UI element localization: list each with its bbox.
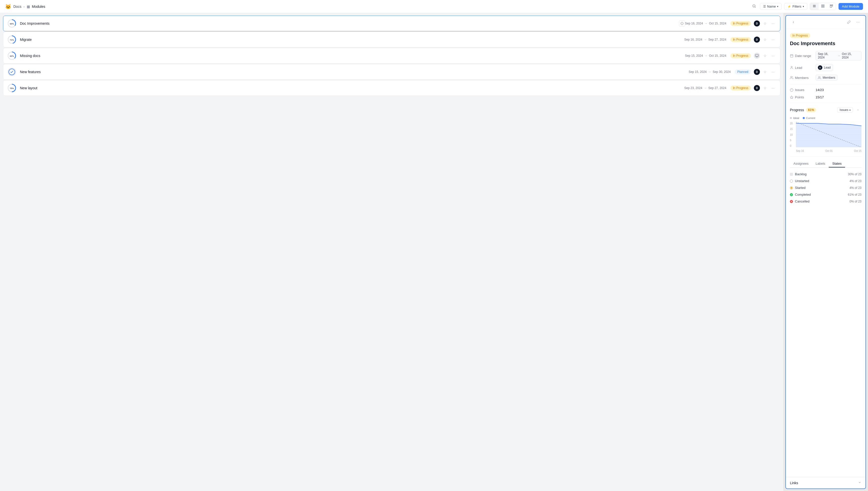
tab-states[interactable]: States [829,160,845,168]
breadcrumb-separator: › [24,4,25,8]
progress-header: Progress 61% Issues ▾ [790,107,862,114]
points-label-text: Points [795,95,804,99]
date-chip[interactable]: Sep 16, 2024 → Oct 15, 2024 [815,51,862,60]
more-icon[interactable]: ··· [770,53,776,59]
panel-title: Doc Improvements [790,40,862,47]
panel-status-badge: In Progress [790,33,862,40]
detail-view-button[interactable] [827,3,836,10]
state-row-cancelled: Cancelled 0% of 23 [790,198,862,205]
status-badge: In Progress [731,86,751,90]
progress-circle-migrate: 71% [7,35,17,44]
more-icon[interactable]: ··· [770,69,776,75]
module-actions: D ☆ ··· [754,69,776,75]
link-icon[interactable] [845,19,852,26]
detail-members-row: Members Members [790,75,862,81]
divider [790,84,862,85]
detail-panel: ··· In Progress Doc Improvements [785,15,866,489]
module-date-range: Sep 15, 2024 → Oct 15, 2024 [685,54,726,58]
star-icon[interactable]: ☆ [762,36,768,42]
progress-pct-badge: 61% [806,108,816,112]
chart-legend: Ideal Current [790,116,862,119]
name-filter-button[interactable]: ☰ Name ▾ [760,3,782,10]
svg-point-39 [790,77,792,78]
name-filter-icon: ☰ [763,5,766,8]
module-date-range: Sep 16, 2024 → Oct 15, 2024 [685,22,726,25]
more-icon[interactable]: ··· [770,85,776,91]
links-chevron [858,481,862,485]
module-row[interactable]: 60% Doc Improvements Sep 16, 2024 → Oct … [3,16,780,31]
state-icon-started [790,186,793,190]
star-icon[interactable]: ☆ [762,21,768,27]
star-icon[interactable]: ☆ [762,53,768,59]
issues-filter-button[interactable]: Issues ▾ [837,107,853,113]
module-name: Migrate [20,37,684,41]
issues-label-text: Issues [795,88,805,92]
filters-chevron: ▾ [803,5,804,8]
breadcrumb-docs[interactable]: Docs [13,4,22,8]
module-row[interactable]: 75% New layout Sep 23, 2024 → Sep 27, 20… [3,80,780,96]
svg-rect-5 [822,5,823,6]
svg-marker-44 [790,96,793,98]
points-label: Points [790,95,812,99]
state-label-backlog: Backlog [790,172,807,176]
members-chip[interactable]: Members [815,75,838,81]
module-row[interactable]: New features Sep 15, 2024 → Sep 30, 2024… [3,64,780,80]
tab-labels[interactable]: Labels [812,160,829,168]
legend-ideal-label: Ideal [793,116,799,119]
state-pct-backlog: 30% of 23 [848,173,862,176]
state-label-unstarted: Unstarted [790,179,809,183]
grid-view-button[interactable] [818,3,827,10]
links-section: Links [786,477,866,489]
module-row[interactable]: 62% Missing docs Sep 15, 2024 → Oct 15, … [3,48,780,63]
links-header[interactable]: Links [790,481,862,485]
state-pct-completed: 61% of 23 [848,193,862,197]
points-value: 15/17 [815,95,824,99]
svg-text:62%: 62% [10,55,14,57]
svg-point-0 [753,5,755,7]
chart-x-labels: Sep 16 Oct 01 Oct 15 [796,149,862,152]
panel-body: In Progress Doc Improvements Date range … [786,29,866,477]
module-list: 60% Doc Improvements Sep 16, 2024 → Oct … [0,13,783,491]
breadcrumb-modules[interactable]: Modules [32,4,45,8]
more-icon[interactable]: ··· [770,36,776,42]
search-button[interactable] [751,3,757,10]
detail-date-range-row: Date range Sep 16, 2024 → Oct 15, 2024 [790,51,862,60]
state-label-completed: Completed [790,193,811,197]
state-label-cancelled: Cancelled [790,200,810,203]
state-row-started: Started 4% of 23 [790,184,862,191]
burndown-chart: 20 15 10 5 0 [790,122,862,152]
state-row-unstarted: Unstarted 4% of 23 [790,177,862,184]
progress-controls: Issues ▾ [837,107,862,114]
module-info-button[interactable] [679,21,685,27]
add-module-button[interactable]: Add Module [839,3,863,10]
star-icon[interactable]: ☆ [762,69,768,75]
lead-avatar: D [818,65,823,70]
filters-button[interactable]: ⚡ Filters ▾ [784,3,807,10]
panel-header: ··· [786,16,866,29]
issues-filter-label: Issues [840,108,848,112]
module-date-range: Sep 23, 2024 → Sep 27, 2024 [684,86,726,90]
legend-current-label: Current [806,116,815,119]
svg-rect-10 [830,6,832,7]
list-view-button[interactable] [810,3,818,10]
more-options-icon[interactable]: ··· [855,19,862,26]
lead-label-text: Lead [795,66,802,69]
svg-text:60%: 60% [10,23,14,25]
progress-circle-doc-improvements: 60% [7,19,17,28]
more-icon[interactable]: ··· [770,21,776,27]
module-row[interactable]: 71% Migrate Sep 16, 2024 → Sep 27, 2024 … [3,32,780,48]
avatar: D [754,69,760,75]
panel-back-button[interactable] [790,19,797,26]
filters-label: Filters [793,4,801,8]
progress-circle-new-layout: 75% [7,84,17,92]
avatar: D [754,21,760,27]
progress-title: Progress [790,108,804,112]
states-tabs: Assignees Labels States [790,160,862,168]
star-icon[interactable]: ☆ [762,85,768,91]
burndown-svg [796,122,862,147]
issues-label: Issues [790,88,812,92]
lead-chip[interactable]: D Lead [815,64,833,71]
tab-assignees[interactable]: Assignees [790,160,812,168]
collapse-chart-button[interactable] [855,107,862,114]
header-actions: ☰ Name ▾ ⚡ Filters ▾ [751,3,863,10]
